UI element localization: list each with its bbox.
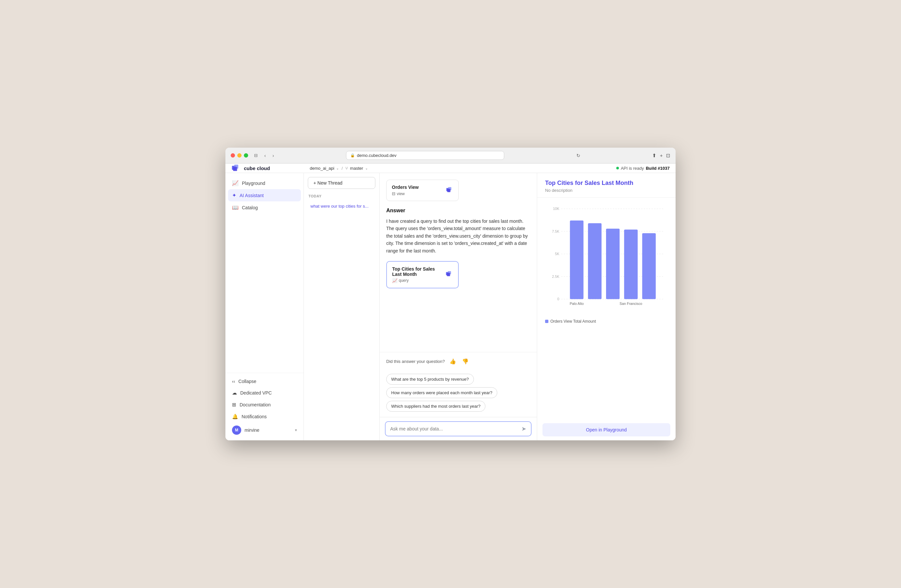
chat-area: Orders View ⊟ view	[380, 173, 537, 440]
source-card-cube-icon	[446, 186, 453, 195]
sidebar-item-ai-assistant[interactable]: ✦ AI Assistant	[228, 189, 301, 201]
sidebar-item-playground[interactable]: 📈 Playground	[228, 177, 301, 189]
browser-controls: ⊟ ‹ ›	[252, 152, 276, 159]
chart-description: No description	[545, 188, 668, 193]
thumbs-down-button[interactable]: 👎	[461, 357, 470, 366]
chart-container: 10K7.5K5K2.5K0Palo AltoSan Francisco Ord…	[537, 198, 676, 419]
svg-rect-21	[588, 223, 602, 299]
url-text: demo.cubecloud.dev	[357, 153, 396, 158]
sidebar-bottom: ‹‹ Collapse ☁ Dedicated VPC ⊞ Documentat…	[225, 373, 304, 440]
sidebar-item-ai-assistant-label: AI Assistant	[240, 193, 263, 198]
answer-title: Answer	[386, 207, 530, 214]
thread-item[interactable]: what were our top cities for s...	[306, 201, 377, 212]
svg-text:0: 0	[557, 297, 559, 301]
branch-dropdown-icon: ⌄	[365, 167, 368, 170]
svg-text:San Francisco: San Francisco	[620, 302, 642, 306]
avatar: M	[232, 426, 241, 435]
maximize-button[interactable]	[244, 153, 248, 158]
tab-overview-button[interactable]: ⊡	[666, 153, 670, 159]
project-dropdown-icon: ⌄	[336, 167, 339, 170]
notifications-label: Notifications	[242, 414, 267, 419]
dedicated-vpc-item[interactable]: ☁ Dedicated VPC	[228, 387, 301, 399]
new-tab-button[interactable]: +	[660, 153, 663, 159]
source-card-title: Orders View	[392, 184, 419, 190]
logo-area: cube cloud	[231, 164, 310, 173]
sidebar-nav: 📈 Playground ✦ AI Assistant 📖 Catalog	[225, 173, 304, 373]
suggestion-2[interactable]: Which suppliers had the most orders last…	[386, 401, 485, 412]
answer-section: Answer I have created a query to find ou…	[386, 207, 530, 254]
today-label: TODAY	[304, 193, 379, 201]
close-button[interactable]	[231, 153, 235, 158]
api-status: API is ready Build #1037	[616, 166, 670, 171]
branch-icon: ⑂	[345, 166, 348, 171]
suggestions-area: What are the top 5 products by revenue? …	[380, 370, 537, 417]
svg-rect-5	[447, 189, 450, 192]
sidebar-toggle[interactable]: ⊟	[252, 152, 260, 159]
svg-rect-8	[447, 273, 450, 276]
cube-logo	[231, 164, 240, 173]
collapse-button[interactable]: ‹‹ Collapse	[228, 376, 301, 387]
breadcrumb-separator: /	[341, 166, 343, 171]
suggestion-1[interactable]: How many orders were placed each month l…	[386, 387, 497, 398]
view-icon: ⊟	[392, 191, 396, 196]
reload-button[interactable]: ↻	[574, 152, 582, 159]
svg-rect-2	[233, 167, 237, 171]
open-in-playground-button[interactable]: Open in Playground	[542, 423, 670, 437]
browser-actions: ⬆ + ⊡	[652, 153, 670, 159]
suggestion-0[interactable]: What are the top 5 products by revenue?	[386, 374, 474, 385]
playground-icon: 📈	[232, 180, 238, 186]
back-button[interactable]: ‹	[262, 152, 268, 159]
forward-button[interactable]: ›	[271, 152, 276, 159]
svg-rect-19	[570, 220, 583, 299]
svg-text:5K: 5K	[555, 252, 560, 256]
ai-assistant-icon: ✦	[232, 192, 236, 198]
username-label: mirvine	[245, 427, 259, 433]
bar-chart: 10K7.5K5K2.5K0Palo AltoSan Francisco	[545, 204, 668, 317]
feedback-text: Did this answer your question?	[386, 359, 445, 364]
branch-name[interactable]: master	[350, 166, 363, 171]
status-dot	[616, 167, 619, 169]
app-layout: cube cloud demo_ai_api ⌄ / ⑂ master ⌄ AP…	[225, 164, 676, 440]
query-icon: 📈	[392, 278, 398, 283]
chat-messages: Orders View ⊟ view	[380, 173, 537, 352]
right-panel: Top Cities for Sales Last Month No descr…	[537, 173, 676, 440]
documentation-item[interactable]: ⊞ Documentation	[228, 399, 301, 411]
source-card-subtitle: ⊟ view	[392, 191, 419, 196]
sidebar-item-catalog[interactable]: 📖 Catalog	[228, 201, 301, 214]
user-dropdown-icon: ▾	[295, 428, 297, 432]
thumbs-up-button[interactable]: 👍	[448, 357, 457, 366]
chart-legend: Orders View Total Amount	[545, 319, 668, 324]
catalog-icon: 📖	[232, 204, 238, 211]
new-thread-button[interactable]: + New Thread	[308, 177, 376, 189]
bell-icon: 🔔	[232, 413, 238, 420]
chat-input-area: ➤	[380, 417, 537, 440]
right-panel-header: Top Cities for Sales Last Month No descr…	[537, 173, 676, 198]
chat-input[interactable]	[386, 422, 517, 435]
project-name[interactable]: demo_ai_api	[310, 166, 334, 171]
breadcrumb: demo_ai_api ⌄ / ⑂ master ⌄	[310, 166, 368, 171]
url-bar[interactable]: 🔒 demo.cubecloud.dev	[346, 151, 504, 160]
sidebar: 📈 Playground ✦ AI Assistant 📖 Catalog ‹‹	[225, 173, 304, 440]
source-card[interactable]: Orders View ⊟ view	[386, 179, 459, 201]
query-card-title: Top Cities for Sales Last Month	[392, 266, 446, 277]
vpc-label: Dedicated VPC	[240, 390, 272, 396]
docs-label: Documentation	[240, 402, 271, 407]
minimize-button[interactable]	[237, 153, 242, 158]
sidebar-item-catalog-label: Catalog	[242, 205, 258, 210]
svg-text:2.5K: 2.5K	[552, 275, 560, 279]
notifications-item[interactable]: 🔔 Notifications	[228, 411, 301, 423]
browser-chrome: ⊟ ‹ › 🔒 demo.cubecloud.dev ↻ ⬆ + ⊡	[225, 148, 676, 164]
legend-color	[545, 320, 549, 323]
svg-rect-22	[606, 229, 620, 299]
svg-rect-25	[642, 233, 656, 299]
share-button[interactable]: ⬆	[652, 153, 656, 159]
query-card[interactable]: Top Cities for Sales Last Month 📈 query	[386, 261, 459, 289]
thread-panel: + New Thread TODAY what were our top cit…	[304, 173, 380, 440]
lock-icon: 🔒	[350, 153, 355, 158]
logo-text: cube cloud	[244, 165, 270, 171]
user-profile-item[interactable]: M mirvine ▾	[228, 423, 301, 438]
vpc-icon: ☁	[232, 390, 237, 396]
app-body: 📈 Playground ✦ AI Assistant 📖 Catalog ‹‹	[225, 173, 676, 440]
send-button[interactable]: ➤	[517, 422, 531, 436]
build-number: Build #1037	[646, 166, 670, 171]
